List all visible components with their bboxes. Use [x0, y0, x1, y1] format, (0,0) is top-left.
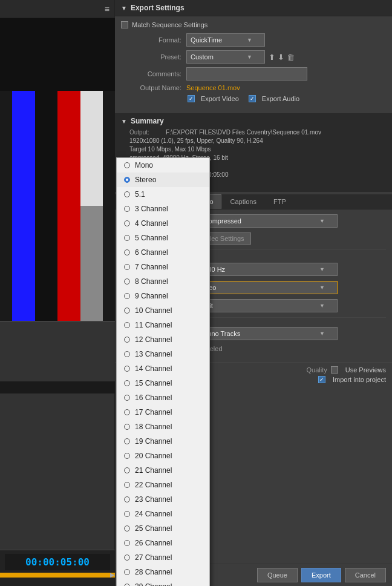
dropdown-item-21-channel[interactable]: 21 Channel — [117, 463, 209, 478]
import-project-checkbox[interactable]: ✓ — [318, 376, 325, 383]
dropdown-item-28-channel[interactable]: 28 Channel — [117, 565, 209, 579]
export-audio-label: ✓ Export Audio — [249, 95, 299, 102]
radio-6 — [124, 249, 130, 255]
dropdown-item-29-channel[interactable]: 29 Channel — [117, 579, 209, 586]
radio-13 — [124, 351, 130, 357]
dropdown-item-3-channel[interactable]: 3 Channel — [117, 202, 209, 216]
dropdown-item-label-21: 21 Channel — [135, 466, 172, 475]
dropdown-item-13-channel[interactable]: 13 Channel — [117, 347, 209, 361]
radio-21 — [124, 467, 130, 473]
radio-2 — [124, 191, 130, 197]
dropdown-item-15-channel[interactable]: 15 Channel — [117, 376, 209, 390]
mono-tracks-arrow: ▼ — [319, 331, 325, 337]
dropdown-item-label-23: 23 Channel — [135, 495, 172, 504]
channels-select[interactable]: Stereo ▼ — [192, 281, 338, 294]
preset-save-icon[interactable]: ⬆ — [269, 53, 275, 62]
dropdown-item-8-channel[interactable]: 8 Channel — [117, 274, 209, 289]
dropdown-item-19-channel[interactable]: 19 Channel — [117, 434, 209, 449]
dropdown-item-20-channel[interactable]: 20 Channel — [117, 449, 209, 463]
dropdown-item-25-channel[interactable]: 25 Channel — [117, 521, 209, 536]
preset-dropdown-arrow: ▼ — [247, 54, 252, 60]
dropdown-item-6-channel[interactable]: 6 Channel — [117, 245, 209, 260]
channels-dropdown[interactable]: MonoStereo5.13 Channel4 Channel5 Channel… — [116, 157, 210, 586]
export-audio-checkbox[interactable]: ✓ — [249, 95, 256, 102]
dropdown-item-label-5: 5 Channel — [135, 234, 168, 242]
match-sequence-row: Match Sequence Settings — [121, 21, 386, 28]
dropdown-item-7-channel[interactable]: 7 Channel — [117, 260, 209, 274]
radio-18 — [124, 424, 130, 430]
dropdown-item-16-channel[interactable]: 16 Channel — [117, 390, 209, 405]
dropdown-item-label-28: 28 Channel — [135, 568, 172, 576]
preset-load-icon[interactable]: ⬇ — [278, 53, 284, 62]
dropdown-item-label-15: 15 Channel — [135, 379, 172, 387]
dropdown-item-4-channel[interactable]: 4 Channel — [117, 216, 209, 231]
radio-5 — [124, 235, 130, 241]
preview-black-top — [0, 18, 115, 91]
dropdown-item-mono[interactable]: Mono — [117, 158, 209, 173]
audio-codec-select[interactable]: Uncompressed ▼ — [192, 214, 338, 228]
dropdown-item-11-channel[interactable]: 11 Channel — [117, 318, 209, 332]
radio-20 — [124, 453, 130, 459]
dropdown-item-26-channel[interactable]: 26 Channel — [117, 536, 209, 550]
dropdown-item-12-channel[interactable]: 12 Channel — [117, 332, 209, 347]
preset-value: Custom — [191, 53, 214, 61]
tab-ftp[interactable]: FTP — [266, 194, 294, 209]
radio-19 — [124, 438, 130, 444]
preset-delete-icon[interactable]: 🗑 — [287, 53, 295, 62]
match-sequence-label: Match Sequence Settings — [132, 21, 207, 28]
color-red-bar — [57, 91, 80, 321]
dropdown-item-5-channel[interactable]: 5 Channel — [117, 231, 209, 245]
cancel-button[interactable]: Cancel — [345, 568, 386, 582]
audio-section-divider: igs — [188, 249, 386, 260]
dropdown-item-27-channel[interactable]: 27 Channel — [117, 550, 209, 565]
section-collapse-arrow[interactable]: ▼ — [121, 5, 127, 12]
export-button[interactable]: Export — [301, 568, 341, 582]
radio-8 — [124, 278, 130, 285]
summary-arrow[interactable]: ▼ — [121, 118, 127, 125]
sample-size-select[interactable]: 16 bit ▼ — [192, 299, 338, 312]
dropdown-item-14-channel[interactable]: 14 Channel — [117, 361, 209, 376]
dropdown-item-22-channel[interactable]: 22 Channel — [117, 478, 209, 492]
settings-body: Match Sequence Settings Format: QuickTim… — [115, 16, 392, 111]
tab-captions[interactable]: Captions — [223, 194, 264, 209]
dropdown-item-label-2: 5.1 — [135, 190, 145, 199]
export-audio-checkmark: ✓ — [250, 96, 255, 102]
output-name-label: Output Name: — [121, 84, 181, 91]
dropdown-item-5.1[interactable]: 5.1 — [117, 187, 209, 202]
format-row: Format: QuickTime ▼ — [121, 33, 386, 47]
dropdown-item-label-8: 8 Channel — [135, 277, 168, 286]
radio-15 — [124, 380, 130, 386]
comments-input[interactable] — [186, 67, 307, 81]
format-select[interactable]: QuickTime ▼ — [186, 33, 265, 47]
import-project-checkmark: ✓ — [319, 377, 324, 383]
match-sequence-checkbox[interactable] — [121, 21, 128, 28]
queue-button[interactable]: Queue — [257, 568, 298, 582]
export-checkboxes-row: ✓ Export Video ✓ Export Audio — [188, 95, 386, 102]
summary-header: ▼ Summary — [121, 117, 386, 125]
dropdown-item-10-channel[interactable]: 10 Channel — [117, 303, 209, 318]
hamburger-icon[interactable]: ≡ — [105, 4, 109, 14]
mono-tracks-select[interactable]: 2 Mono Tracks ▼ — [192, 327, 338, 340]
dropdown-item-label-6: 6 Channel — [135, 248, 168, 257]
dropdown-item-label-17: 17 Channel — [135, 408, 172, 416]
output-name-link[interactable]: Sequence 01.mov — [186, 84, 240, 91]
progress-arrow-icon: ▶ — [110, 571, 115, 578]
dropdown-item-24-channel[interactable]: 24 Channel — [117, 507, 209, 521]
dropdown-item-label-24: 24 Channel — [135, 510, 172, 518]
channels-arrow: ▼ — [319, 285, 325, 291]
radio-29 — [124, 584, 130, 586]
dropdown-item-23-channel[interactable]: 23 Channel — [117, 492, 209, 507]
export-settings-title: Export Settings — [131, 4, 185, 12]
dropdown-item-label-20: 20 Channel — [135, 452, 172, 460]
dropdown-item-label-11: 11 Channel — [135, 321, 172, 329]
use-previews-checkbox[interactable] — [331, 366, 338, 374]
dropdown-item-9-channel[interactable]: 9 Channel — [117, 289, 209, 303]
dropdown-item-stereo[interactable]: Stereo — [117, 173, 209, 187]
import-project-label: Import into project — [333, 376, 386, 383]
export-video-checkbox[interactable]: ✓ — [188, 95, 195, 102]
preset-select[interactable]: Custom ▼ — [186, 50, 265, 64]
radio-9 — [124, 293, 130, 299]
sample-rate-select[interactable]: 48000 Hz ▼ — [192, 263, 338, 276]
dropdown-item-18-channel[interactable]: 18 Channel — [117, 420, 209, 434]
dropdown-item-17-channel[interactable]: 17 Channel — [117, 405, 209, 420]
